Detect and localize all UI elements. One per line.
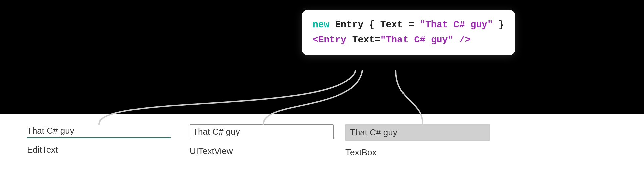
textbox-label: TextBox	[345, 147, 377, 158]
code-attr: Text=	[346, 35, 380, 45]
uitextview-group: UITextView	[190, 124, 334, 156]
uitextview-input[interactable]	[190, 124, 334, 139]
bottom-section: EditText UITextView TextBox	[0, 114, 644, 193]
keyword-new: new	[313, 19, 335, 30]
keyword-entry-1: Entry	[335, 19, 363, 30]
code-line-1: new Entry { Text = "That C# guy" }	[313, 17, 504, 33]
edittext-group: EditText	[27, 124, 171, 155]
keyword-tag: <Entry	[313, 35, 346, 45]
edittext-label: EditText	[27, 145, 58, 155]
textbox-group: TextBox	[345, 124, 490, 158]
code-brace-1: { Text =	[363, 19, 420, 30]
code-bubble: new Entry { Text = "That C# guy" } <Entr…	[302, 10, 515, 55]
code-brace-2: }	[493, 19, 504, 30]
code-close-tag: />	[453, 35, 470, 45]
top-section: new Entry { Text = "That C# guy" } <Entr…	[0, 0, 644, 114]
uitextview-label: UITextView	[190, 146, 233, 156]
edittext-input[interactable]	[27, 124, 171, 138]
textbox-input[interactable]	[345, 124, 490, 141]
code-string-2: "That C# guy"	[380, 35, 453, 45]
code-line-2: <Entry Text="That C# guy" />	[313, 33, 504, 48]
code-string-1: "That C# guy"	[420, 19, 493, 30]
